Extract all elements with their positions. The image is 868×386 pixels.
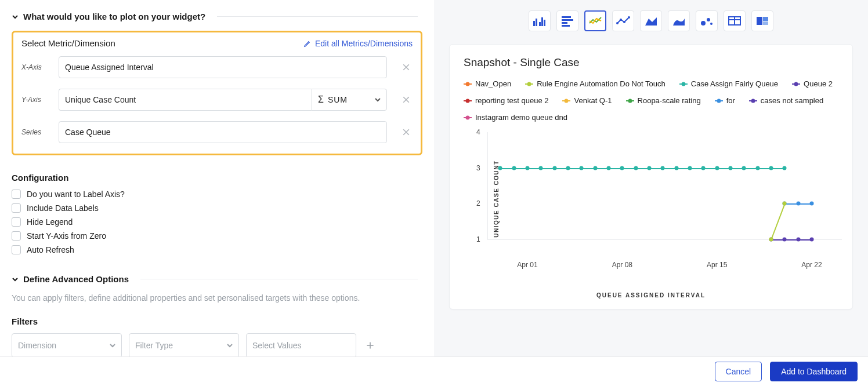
config-option[interactable]: Do you want to Label Axis?	[12, 190, 422, 199]
svg-point-20	[628, 16, 630, 19]
checkbox[interactable]	[12, 231, 21, 241]
data-line	[744, 168, 757, 169]
data-line	[636, 168, 649, 169]
x-axis-input[interactable]	[59, 56, 387, 78]
config-option-label: Auto Refresh	[27, 245, 74, 254]
data-line	[500, 168, 513, 169]
chart-type-area[interactable]	[640, 10, 662, 31]
legend-marker	[715, 99, 723, 103]
svg-rect-28	[757, 17, 762, 25]
legend-marker	[562, 99, 570, 103]
legend-marker	[464, 99, 472, 103]
chart-type-toolbar	[434, 10, 868, 31]
checkbox[interactable]	[12, 203, 21, 213]
legend-label: Queue 2	[804, 79, 833, 88]
svg-rect-11	[541, 17, 543, 26]
chart-type-bubble[interactable]	[696, 10, 718, 31]
footer: Cancel Add to Dashboard	[0, 356, 868, 386]
data-line	[730, 168, 744, 169]
chart-type-scatter-line[interactable]	[612, 10, 634, 31]
section-advanced-header[interactable]: Define Advanced Options	[12, 274, 422, 284]
chart-type-treemap[interactable]	[751, 10, 773, 31]
svg-point-19	[623, 21, 625, 23]
chart-type-line[interactable]	[584, 10, 606, 31]
legend-label: for	[726, 96, 735, 105]
data-line	[798, 203, 812, 205]
data-line	[784, 239, 798, 241]
data-line	[527, 168, 541, 169]
add-filter-button[interactable]	[363, 338, 377, 352]
legend-item[interactable]: Case Assign Fairly Queue	[679, 79, 778, 88]
checkbox[interactable]	[12, 190, 21, 199]
config-option-label: Do you want to Label Axis?	[27, 190, 125, 199]
x-tick: Apr 08	[612, 261, 632, 269]
config-option[interactable]: Hide Legend	[12, 217, 422, 227]
add-to-dashboard-button[interactable]: Add to Dashboard	[770, 362, 858, 381]
chevron-down-icon	[12, 276, 19, 283]
svg-point-17	[616, 22, 619, 24]
legend-marker	[749, 99, 757, 103]
data-line	[555, 168, 568, 169]
legend-item[interactable]: reporting test queue 2	[464, 96, 548, 105]
legend-item[interactable]: Venkat Q-1	[562, 96, 612, 105]
legend-item[interactable]: cases not sampled	[749, 96, 823, 105]
filter-dimension-select[interactable]: Dimension	[12, 333, 122, 356]
data-line	[581, 168, 595, 169]
legend-item[interactable]: Queue 2	[792, 79, 833, 88]
cancel-button[interactable]: Cancel	[715, 362, 762, 381]
y-axis-input[interactable]	[59, 89, 312, 111]
x-tick: Apr 22	[801, 261, 822, 269]
legend-item[interactable]: Instagram demo queue dnd	[464, 113, 567, 122]
filter-values-select[interactable]: Select Values	[246, 333, 356, 356]
checkbox[interactable]	[12, 217, 21, 227]
data-line	[649, 168, 663, 169]
data-line	[663, 168, 676, 169]
y-tick: 1	[476, 235, 480, 243]
y-agg-value: SUM	[328, 95, 348, 104]
legend-label: Venkat Q-1	[574, 96, 612, 105]
config-option[interactable]: Start Y-Axis from Zero	[12, 231, 422, 241]
legend-label: Rule Engine Automation Do Not Touch	[537, 79, 666, 88]
svg-point-24	[710, 23, 713, 25]
clear-y-axis[interactable]	[400, 93, 413, 106]
svg-marker-21	[645, 17, 657, 26]
section-plot-title: What would you like to plot on your widg…	[23, 12, 205, 21]
data-line	[568, 168, 581, 169]
legend-item[interactable]: for	[715, 96, 735, 105]
chart-type-column[interactable]	[529, 10, 551, 31]
legend-item[interactable]: Nav_Open	[464, 79, 511, 88]
filter-dimension-placeholder: Dimension	[18, 341, 56, 350]
data-line	[609, 168, 622, 169]
config-option[interactable]: Auto Refresh	[12, 245, 422, 254]
svg-rect-9	[536, 19, 537, 26]
edit-metrics-link[interactable]: Edit all Metrics/Dimensions	[303, 39, 413, 48]
chart-type-area-smooth[interactable]	[668, 10, 690, 31]
data-line	[758, 168, 771, 169]
data-line	[703, 168, 717, 169]
chart-type-bar[interactable]	[556, 10, 578, 31]
filter-type-select[interactable]: Filter Type	[129, 333, 239, 356]
svg-rect-14	[562, 19, 573, 21]
legend-marker	[626, 99, 634, 103]
clear-series[interactable]	[400, 126, 413, 139]
svg-point-23	[707, 18, 710, 21]
filters-title: Filters	[12, 316, 422, 326]
clear-x-axis[interactable]	[400, 61, 413, 74]
chevron-down-icon	[110, 341, 115, 350]
checkbox[interactable]	[12, 245, 21, 254]
config-option[interactable]: Include Data Labels	[12, 203, 422, 213]
chart-type-table[interactable]	[724, 10, 746, 31]
section-plot-header[interactable]: What would you like to plot on your widg…	[12, 12, 422, 21]
series-input[interactable]	[59, 121, 387, 143]
svg-rect-16	[562, 25, 570, 27]
y-agg-select[interactable]: Σ SUM	[312, 89, 387, 111]
svg-rect-29	[763, 17, 768, 21]
y-axis-line	[487, 132, 487, 239]
legend-item[interactable]: Rule Engine Automation Do Not Touch	[525, 79, 666, 88]
legend-item[interactable]: Roopa-scale rating	[626, 96, 701, 105]
metric-label: Select Metric/Dimension	[21, 38, 115, 48]
data-line	[771, 168, 784, 169]
data-line	[595, 168, 609, 169]
data-line	[514, 168, 527, 169]
sigma-icon: Σ	[318, 94, 324, 105]
